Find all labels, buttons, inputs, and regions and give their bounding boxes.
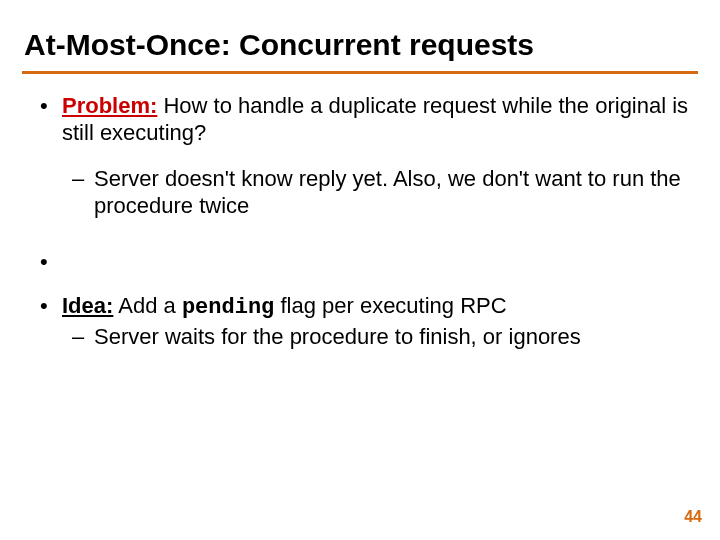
slide: At-Most-Once: Concurrent requests Proble… [0,0,720,540]
idea-text-after: flag per executing RPC [274,293,506,318]
idea-label: Idea: [62,293,113,318]
bullet-idea: Idea: Add a pending flag per executing R… [40,292,690,351]
slide-title: At-Most-Once: Concurrent requests [24,28,690,63]
idea-sublist: Server waits for the procedure to finish… [62,323,690,351]
idea-sub-bullet: Server waits for the procedure to finish… [72,323,690,351]
problem-sub-bullet: Server doesn't know reply yet. Also, we … [72,165,690,220]
page-number: 44 [684,508,702,526]
problem-label: Problem: [62,93,157,118]
spacer [40,248,690,274]
slide-content: Problem: How to handle a duplicate reque… [30,92,690,351]
idea-text-before: Add a [113,293,182,318]
title-underline [22,71,698,74]
bullet-problem: Problem: How to handle a duplicate reque… [40,92,690,220]
bullet-list: Problem: How to handle a duplicate reque… [30,92,690,351]
problem-sublist: Server doesn't know reply yet. Also, we … [62,165,690,220]
idea-code: pending [182,295,274,320]
